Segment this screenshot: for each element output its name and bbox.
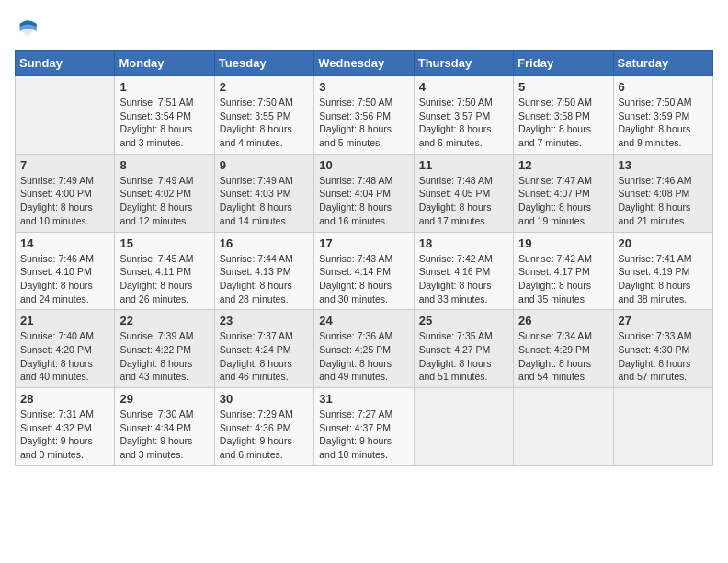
calendar-cell: 29Sunrise: 7:30 AMSunset: 4:34 PMDayligh… [115,388,214,466]
calendar-cell: 12Sunrise: 7:47 AMSunset: 4:07 PMDayligh… [514,154,613,232]
day-number: 16 [220,236,309,250]
day-info: Sunrise: 7:29 AMSunset: 4:36 PMDaylight:… [220,408,309,462]
calendar-week-row: 28Sunrise: 7:31 AMSunset: 4:32 PMDayligh… [16,388,713,466]
day-info: Sunrise: 7:49 AMSunset: 4:03 PMDaylight:… [220,174,309,228]
calendar-week-row: 14Sunrise: 7:46 AMSunset: 4:10 PMDayligh… [16,232,713,310]
calendar-cell: 4Sunrise: 7:50 AMSunset: 3:57 PMDaylight… [414,76,513,155]
calendar-cell: 5Sunrise: 7:50 AMSunset: 3:58 PMDaylight… [514,76,613,155]
calendar-cell [613,388,712,466]
calendar-cell: 18Sunrise: 7:42 AMSunset: 4:16 PMDayligh… [414,232,513,310]
day-number: 19 [518,236,608,250]
calendar-cell: 22Sunrise: 7:39 AMSunset: 4:22 PMDayligh… [115,310,214,388]
weekday-header-tuesday: Tuesday [214,51,313,76]
calendar-cell: 10Sunrise: 7:48 AMSunset: 4:04 PMDayligh… [314,154,414,232]
calendar-cell: 23Sunrise: 7:37 AMSunset: 4:24 PMDayligh… [214,310,313,388]
day-number: 11 [419,158,508,172]
weekday-header-wednesday: Wednesday [314,51,414,76]
day-info: Sunrise: 7:49 AMSunset: 4:00 PMDaylight:… [20,174,109,228]
day-number: 27 [619,314,708,327]
day-info: Sunrise: 7:43 AMSunset: 4:14 PMDaylight:… [319,252,408,306]
day-info: Sunrise: 7:31 AMSunset: 4:32 PMDaylight:… [20,408,109,462]
day-number: 15 [119,236,209,250]
day-info: Sunrise: 7:46 AMSunset: 4:08 PMDaylight:… [619,174,708,228]
day-number: 6 [619,80,708,94]
day-info: Sunrise: 7:35 AMSunset: 4:27 PMDaylight:… [419,329,508,384]
day-info: Sunrise: 7:48 AMSunset: 4:05 PMDaylight:… [419,174,508,228]
day-number: 17 [319,236,408,250]
day-number: 21 [20,314,109,327]
calendar-week-row: 7Sunrise: 7:49 AMSunset: 4:00 PMDaylight… [16,154,713,232]
day-number: 10 [319,158,408,172]
calendar-cell: 16Sunrise: 7:44 AMSunset: 4:13 PMDayligh… [214,232,313,310]
calendar-table: SundayMondayTuesdayWednesdayThursdayFrid… [15,50,713,466]
day-number: 25 [419,314,508,327]
calendar-cell [16,76,115,155]
day-info: Sunrise: 7:50 AMSunset: 3:56 PMDaylight:… [319,96,408,150]
day-number: 12 [518,158,608,172]
calendar-cell: 6Sunrise: 7:50 AMSunset: 3:59 PMDaylight… [613,76,712,155]
calendar-cell: 26Sunrise: 7:34 AMSunset: 4:29 PMDayligh… [514,310,613,388]
day-number: 3 [319,80,408,94]
day-info: Sunrise: 7:47 AMSunset: 4:07 PMDaylight:… [518,174,608,228]
calendar-cell: 9Sunrise: 7:49 AMSunset: 4:03 PMDaylight… [214,154,313,232]
day-number: 26 [518,314,608,327]
calendar-cell: 21Sunrise: 7:40 AMSunset: 4:20 PMDayligh… [16,310,115,388]
day-info: Sunrise: 7:44 AMSunset: 4:13 PMDaylight:… [220,252,309,306]
calendar-cell [514,388,613,466]
day-info: Sunrise: 7:39 AMSunset: 4:22 PMDaylight:… [119,329,209,384]
logo [15,15,44,40]
day-number: 2 [220,80,309,94]
day-number: 18 [419,236,508,250]
weekday-header-saturday: Saturday [613,51,712,76]
weekday-header-thursday: Thursday [414,51,513,76]
day-number: 8 [119,158,209,172]
calendar-cell: 19Sunrise: 7:42 AMSunset: 4:17 PMDayligh… [514,232,613,310]
day-number: 23 [220,314,309,327]
day-info: Sunrise: 7:34 AMSunset: 4:29 PMDaylight:… [518,329,608,384]
day-info: Sunrise: 7:40 AMSunset: 4:20 PMDaylight:… [20,329,109,384]
page-header [15,15,713,40]
day-info: Sunrise: 7:42 AMSunset: 4:16 PMDaylight:… [419,252,508,306]
day-info: Sunrise: 7:42 AMSunset: 4:17 PMDaylight:… [518,252,608,306]
calendar-cell: 31Sunrise: 7:27 AMSunset: 4:37 PMDayligh… [314,388,414,466]
day-info: Sunrise: 7:36 AMSunset: 4:25 PMDaylight:… [319,329,408,384]
day-number: 30 [220,392,309,406]
weekday-header-friday: Friday [514,51,613,76]
calendar-cell: 1Sunrise: 7:51 AMSunset: 3:54 PMDaylight… [115,76,214,155]
day-number: 20 [619,236,708,250]
calendar-cell: 7Sunrise: 7:49 AMSunset: 4:00 PMDaylight… [16,154,115,232]
weekday-header-sunday: Sunday [16,51,115,76]
day-info: Sunrise: 7:50 AMSunset: 3:58 PMDaylight:… [518,96,608,150]
calendar-cell: 28Sunrise: 7:31 AMSunset: 4:32 PMDayligh… [16,388,115,466]
logo-icon [15,15,40,40]
calendar-week-row: 1Sunrise: 7:51 AMSunset: 3:54 PMDaylight… [16,76,713,155]
calendar-cell: 13Sunrise: 7:46 AMSunset: 4:08 PMDayligh… [613,154,712,232]
day-info: Sunrise: 7:51 AMSunset: 3:54 PMDaylight:… [119,96,209,150]
calendar-cell: 11Sunrise: 7:48 AMSunset: 4:05 PMDayligh… [414,154,513,232]
day-number: 29 [119,392,209,406]
calendar-cell: 14Sunrise: 7:46 AMSunset: 4:10 PMDayligh… [16,232,115,310]
calendar-cell [414,388,513,466]
weekday-header-monday: Monday [115,51,214,76]
day-number: 28 [20,392,109,406]
day-number: 4 [419,80,508,94]
calendar-cell: 8Sunrise: 7:49 AMSunset: 4:02 PMDaylight… [115,154,214,232]
day-number: 22 [119,314,209,327]
calendar-cell: 27Sunrise: 7:33 AMSunset: 4:30 PMDayligh… [613,310,712,388]
day-info: Sunrise: 7:49 AMSunset: 4:02 PMDaylight:… [119,174,209,228]
weekday-header-row: SundayMondayTuesdayWednesdayThursdayFrid… [16,51,713,76]
calendar-cell: 2Sunrise: 7:50 AMSunset: 3:55 PMDaylight… [214,76,313,155]
calendar-cell: 25Sunrise: 7:35 AMSunset: 4:27 PMDayligh… [414,310,513,388]
day-info: Sunrise: 7:30 AMSunset: 4:34 PMDaylight:… [119,408,209,462]
calendar-cell: 3Sunrise: 7:50 AMSunset: 3:56 PMDaylight… [314,76,414,155]
day-number: 24 [319,314,408,327]
day-number: 13 [619,158,708,172]
calendar-cell: 24Sunrise: 7:36 AMSunset: 4:25 PMDayligh… [314,310,414,388]
day-info: Sunrise: 7:50 AMSunset: 3:55 PMDaylight:… [220,96,309,150]
calendar-cell: 17Sunrise: 7:43 AMSunset: 4:14 PMDayligh… [314,232,414,310]
day-number: 9 [220,158,309,172]
day-info: Sunrise: 7:50 AMSunset: 3:57 PMDaylight:… [419,96,508,150]
day-number: 7 [20,158,109,172]
day-info: Sunrise: 7:45 AMSunset: 4:11 PMDaylight:… [119,252,209,306]
day-number: 31 [319,392,408,406]
